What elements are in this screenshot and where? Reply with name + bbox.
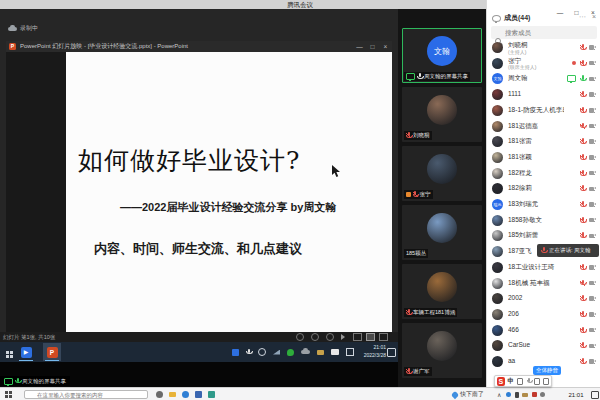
viewer-action-center-icon[interactable] [591,391,599,399]
more-options-icon[interactable]: ⋯ [579,13,586,21]
ime-toolbar[interactable]: S 中 [494,375,552,387]
mic-muted-icon[interactable] [580,232,585,239]
video-tile[interactable]: 车辆工程181博涵 [402,264,482,319]
mic-muted-icon[interactable] [580,311,585,318]
mic-muted-icon[interactable] [580,217,585,224]
ppt-minimize-button[interactable]: — [353,43,366,50]
teal-app-icon[interactable] [208,391,215,398]
video-tile[interactable]: 谢广军 [402,323,482,378]
member-row[interactable]: 181迟德嘉 [487,119,600,135]
mic-muted-icon[interactable] [580,342,585,349]
grid-tray-icon[interactable] [346,348,354,356]
member-row[interactable]: 刘晓桐(主持人) [487,40,600,56]
mute-all-button[interactable]: 全体静音 [533,366,561,375]
video-tile[interactable]: 185颖丛 [402,205,482,260]
member-row[interactable]: 瑞元183刘瑞元 [487,197,600,213]
file-explorer-icon[interactable] [169,392,176,397]
member-row[interactable]: 18-1-防疫无人机李馨冉 [487,103,600,119]
windows-search-input[interactable] [24,390,148,399]
mic-muted-icon[interactable] [580,60,585,67]
mic-on-icon[interactable] [580,75,585,82]
ime-toolbox-icon[interactable] [543,378,549,385]
tray-blue-icon[interactable] [506,392,511,397]
camera-off-icon[interactable] [589,312,596,317]
tray-expand-chevron[interactable]: ∧ [497,391,501,398]
camera-off-icon[interactable] [589,45,596,50]
member-row[interactable]: 181张雷 [487,134,600,150]
mic-muted-icon[interactable] [580,138,585,145]
member-row[interactable]: 18机械 苑丰福 [487,276,600,292]
camera-off-icon[interactable] [589,344,596,349]
member-row[interactable]: CarSue [487,338,600,354]
camera-off-icon[interactable] [589,265,596,270]
member-row[interactable]: 文翰周文翰 [487,71,600,87]
edge-browser-icon[interactable] [182,391,189,398]
camera-off-icon[interactable] [589,108,596,113]
mic-muted-icon[interactable] [580,123,585,130]
camera-off-icon[interactable] [589,218,596,223]
panel-close-icon[interactable]: × [592,13,596,21]
member-row[interactable]: 1111 [487,87,600,103]
pen-tools-button[interactable] [311,333,319,341]
mic-muted-icon[interactable] [580,154,585,161]
tray-sogou-icon[interactable] [532,392,537,397]
camera-off-icon[interactable] [589,77,596,82]
mic-muted-icon[interactable] [580,201,585,208]
mic-muted-icon[interactable] [580,280,585,287]
mic-muted-icon[interactable] [580,358,585,365]
camera-off-icon[interactable] [589,359,596,364]
folder-tray-icon[interactable] [317,350,324,355]
mic-muted-icon[interactable] [580,107,585,114]
ppt-close-button[interactable]: × [379,43,392,50]
mic-tray-icon[interactable] [246,349,251,356]
member-row[interactable]: 206 [487,307,600,323]
ime-box-icon[interactable] [331,349,339,355]
ppt-maximize-button[interactable]: □ [366,43,379,50]
presenter-clock[interactable]: 21:01 2022/3/28 [364,344,386,359]
camera-off-icon[interactable] [589,92,596,97]
camera-off-icon[interactable] [589,124,596,129]
camera-off-icon[interactable] [589,234,596,239]
member-row[interactable]: 182徐莉 [487,181,600,197]
ime-keyboard-icon[interactable] [534,378,540,385]
meeting-tray-icon[interactable] [232,349,239,356]
video-tile[interactable]: 文翰周文翰的屏幕共享 [402,28,482,83]
normal-view-button[interactable] [353,333,362,341]
blue-app-icon[interactable] [195,391,202,398]
slideshow-view-button[interactable] [366,333,375,341]
mic-muted-icon[interactable] [580,327,585,334]
mic-muted-icon[interactable] [580,170,585,177]
taskbar-powerpoint-app[interactable]: P [43,343,61,361]
video-tile[interactable]: 刘晓桐 [402,87,482,142]
mic-muted-icon[interactable] [580,91,585,98]
member-row[interactable]: 18工业设计王琦 [487,260,600,276]
video-tile[interactable]: 张宁 [402,146,482,201]
camera-off-icon[interactable] [589,328,596,333]
member-row[interactable]: 182程龙 [487,166,600,182]
camera-off-icon[interactable] [589,281,596,286]
weather-widget[interactable]: 快下雨了 [452,390,484,399]
mic-muted-icon[interactable] [580,44,585,51]
mic-muted-icon[interactable] [580,264,585,271]
camera-off-icon[interactable] [589,296,596,301]
tray-gray-icon[interactable] [540,392,545,397]
ime-pen-icon[interactable] [517,378,523,385]
ime-mic-icon[interactable] [526,378,530,385]
action-center-icon[interactable] [387,348,396,357]
camera-off-icon[interactable] [589,61,596,66]
viewer-start-button[interactable] [5,391,8,394]
camera-off-icon[interactable] [589,155,596,160]
member-row[interactable]: 185刘新蕾 [487,228,600,244]
member-row[interactable]: 张宁(联席主持人) [487,56,600,72]
tray-phone-icon[interactable] [515,392,519,398]
reader-view-button[interactable] [379,333,388,341]
member-row[interactable]: 2002 [487,291,600,307]
sogou-logo-icon[interactable]: S [497,377,505,386]
mic-muted-icon[interactable] [580,295,585,302]
next-slide-button[interactable] [326,333,334,341]
tray-folder-icon[interactable] [522,393,528,397]
prev-slide-button[interactable] [296,333,304,341]
member-row[interactable]: 1858孙敬文 [487,213,600,229]
settings-gear-icon[interactable] [156,391,163,398]
ime-mode-toggle[interactable]: 中 [508,377,515,386]
